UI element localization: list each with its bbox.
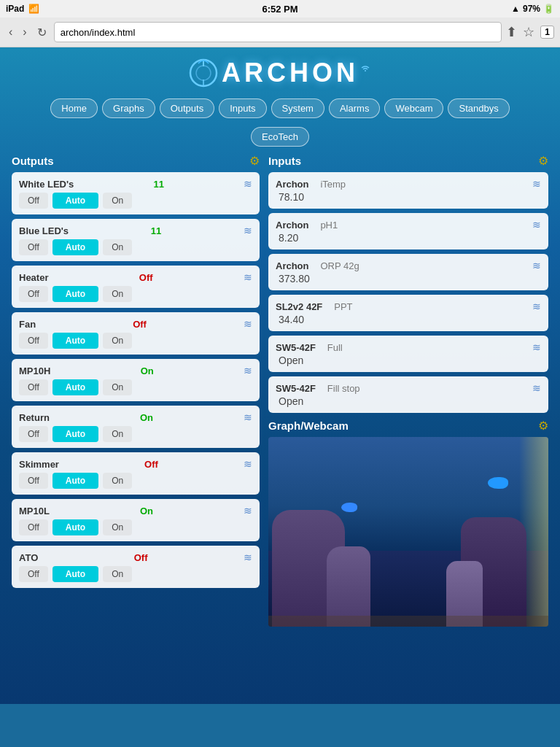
nav-alarms[interactable]: Alarms: [329, 98, 380, 118]
output-card-blue-leds: Blue LED's 11 ≋ Off Auto On: [12, 219, 260, 261]
btn-on-heater[interactable]: On: [103, 286, 132, 302]
input-label-full: Full: [327, 342, 343, 353]
output-status-skimmer: Off: [144, 459, 158, 470]
btn-on-return[interactable]: On: [103, 426, 132, 442]
btn-on-skimmer[interactable]: On: [103, 473, 132, 489]
output-name-white-leds: White LED's: [19, 179, 74, 190]
output-name-mp10l: MP10L: [19, 506, 50, 516]
nav-outputs[interactable]: Outputs: [160, 98, 215, 118]
webcam-frame: [268, 437, 548, 627]
wave-icon-heater: ≋: [244, 271, 252, 283]
output-name-skimmer: Skimmer: [19, 459, 59, 470]
input-value-ph1: 8.20: [276, 232, 541, 244]
btn-auto-mp10h[interactable]: Auto: [52, 379, 98, 395]
bookmark-button[interactable]: ☆: [523, 24, 534, 40]
output-status-mp10h: On: [141, 365, 154, 376]
btn-off-return[interactable]: Off: [19, 426, 48, 442]
btn-off-mp10l[interactable]: Off: [19, 519, 48, 535]
btn-auto-blue-leds[interactable]: Auto: [52, 239, 98, 255]
nav-home[interactable]: Home: [50, 98, 98, 118]
output-name-mp10h: MP10H: [19, 365, 50, 376]
output-card-fan: Fan Off ≋ Off Auto On: [12, 312, 260, 355]
nav-webcam[interactable]: Webcam: [384, 98, 443, 118]
input-source-itemp: Archon: [276, 179, 309, 190]
nav-graphs[interactable]: Graphs: [102, 98, 155, 118]
wave-icon-blue-leds: ≋: [244, 225, 252, 236]
output-card-return: Return On ≋ Off Auto On: [12, 406, 260, 448]
signal-icon: ▲: [511, 4, 520, 14]
btn-auto-mp10l[interactable]: Auto: [52, 519, 98, 535]
graph-header: Graph/Webcam ⚙: [268, 419, 548, 433]
outputs-title: Outputs: [12, 155, 54, 167]
output-card-skimmer: Skimmer Off ≋ Off Auto On: [12, 452, 260, 495]
wave-icon-mp10h: ≋: [244, 365, 252, 376]
output-name-return: Return: [19, 412, 50, 423]
btn-auto-fan[interactable]: Auto: [52, 333, 98, 349]
btn-off-skimmer[interactable]: Off: [19, 473, 48, 489]
wave-icon-white-leds: ≋: [244, 178, 252, 190]
inputs-gear[interactable]: ⚙: [538, 154, 548, 168]
nav-system[interactable]: System: [271, 98, 324, 118]
output-name-heater: Heater: [19, 272, 48, 283]
btn-off-white-leds[interactable]: Off: [19, 193, 48, 209]
share-button[interactable]: ⬆: [506, 24, 517, 40]
output-status-mp10l: On: [140, 506, 153, 516]
input-card-fillstop: SW5-42F Fill stop ≋ Open: [268, 376, 548, 413]
input-label-orp: ORP 42g: [320, 260, 359, 271]
nav-row-2: EcoTech: [0, 124, 560, 154]
wave-icon-itemp: ≋: [532, 178, 541, 190]
input-label-fillstop: Fill stop: [327, 383, 360, 394]
btn-on-mp10h[interactable]: On: [103, 379, 132, 395]
output-card-white-leds: White LED's 11 ≋ Off Auto On: [12, 172, 260, 214]
btn-auto-heater[interactable]: Auto: [52, 286, 98, 302]
btn-off-ato[interactable]: Off: [19, 566, 48, 582]
wave-icon-ato: ≋: [244, 551, 252, 563]
output-name-fan: Fan: [19, 319, 36, 330]
input-source-full: SW5-42F: [276, 342, 316, 353]
btn-auto-skimmer[interactable]: Auto: [52, 473, 98, 489]
btn-auto-return[interactable]: Auto: [52, 426, 98, 442]
svg-point-1: [196, 66, 211, 80]
input-label-ph1: pH1: [320, 220, 338, 231]
wave-icon-return: ≋: [244, 411, 252, 423]
output-card-heater: Heater Off ≋ Off Auto On: [12, 266, 260, 308]
address-bar[interactable]: [54, 22, 502, 42]
output-name-blue-leds: Blue LED's: [19, 225, 69, 236]
btn-off-mp10h[interactable]: Off: [19, 379, 48, 395]
logo-icon: [188, 58, 219, 88]
webcam-content: [268, 437, 548, 627]
output-status-ato: Off: [134, 552, 148, 563]
graph-gear[interactable]: ⚙: [538, 419, 548, 433]
input-source-orp: Archon: [276, 260, 309, 271]
input-value-itemp: 78.10: [276, 191, 541, 203]
wave-icon-ppt: ≋: [532, 301, 541, 312]
back-button[interactable]: ‹: [6, 24, 15, 40]
browser-actions: ⬆ ☆ 1: [506, 24, 554, 40]
nav-standbys[interactable]: Standbys: [448, 98, 509, 118]
btn-off-fan[interactable]: Off: [19, 333, 48, 349]
btn-auto-ato[interactable]: Auto: [52, 566, 98, 582]
forward-button[interactable]: ›: [20, 24, 29, 40]
output-card-mp10l: MP10L On ≋ Off Auto On: [12, 499, 260, 541]
input-label-itemp: iTemp: [320, 179, 346, 190]
tab-count[interactable]: 1: [540, 26, 554, 39]
output-status-blue-leds: 11: [151, 225, 161, 236]
input-value-orp: 373.80: [276, 273, 541, 285]
nav-ecotech[interactable]: EcoTech: [251, 127, 309, 147]
btn-off-heater[interactable]: Off: [19, 286, 48, 302]
btn-on-ato[interactable]: On: [103, 566, 132, 582]
battery-icon: 🔋: [543, 4, 554, 14]
btn-auto-white-leds[interactable]: Auto: [52, 193, 98, 209]
wave-icon-mp10l: ≋: [244, 505, 252, 516]
btn-on-blue-leds[interactable]: On: [103, 239, 132, 255]
input-label-ppt: PPT: [334, 301, 352, 312]
reload-button[interactable]: ↻: [34, 24, 50, 41]
btn-on-fan[interactable]: On: [103, 333, 132, 349]
outputs-gear[interactable]: ⚙: [249, 154, 260, 168]
input-source-fillstop: SW5-42F: [276, 383, 316, 394]
btn-off-blue-leds[interactable]: Off: [19, 239, 48, 255]
wave-icon-full: ≋: [532, 341, 541, 353]
btn-on-white-leds[interactable]: On: [103, 193, 132, 209]
nav-inputs[interactable]: Inputs: [219, 98, 266, 118]
btn-on-mp10l[interactable]: On: [103, 519, 132, 535]
